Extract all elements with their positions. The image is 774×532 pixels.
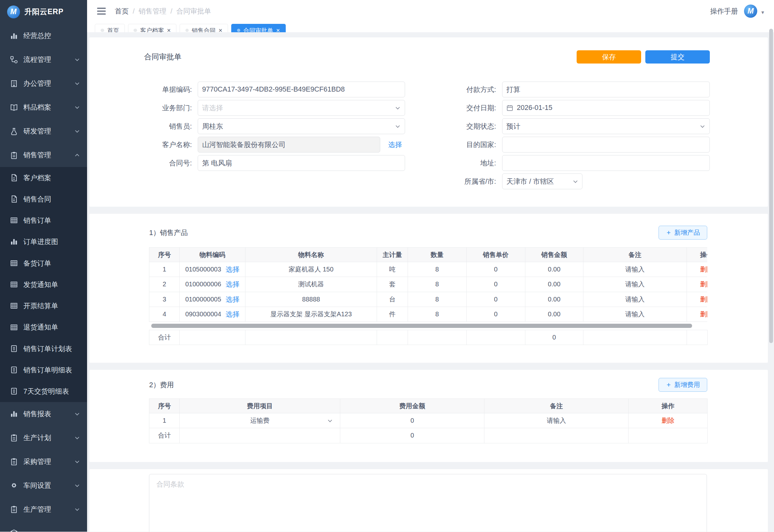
sidebar-item-partial[interactable]	[0, 521, 87, 532]
delivery-date-input[interactable]: 2026-01-15	[502, 100, 710, 116]
cell-note[interactable]: 请输入	[484, 413, 629, 428]
delete-row-link[interactable]: 删除	[700, 266, 708, 273]
tab-dot-icon	[134, 29, 137, 32]
material-code: 0903000004	[185, 310, 221, 318]
sidebar-item-sales-report[interactable]: 销售报表	[0, 402, 87, 426]
cell-qty[interactable]: 8	[408, 262, 466, 277]
cell-note[interactable]: 请输入	[583, 262, 687, 277]
brand-logo-icon: M	[7, 5, 20, 18]
sidebar-item-sales-order[interactable]: 销售订单	[0, 210, 87, 231]
cell-name: 88888	[245, 292, 377, 307]
cell-price[interactable]: 0	[466, 307, 525, 321]
province-select[interactable]: 天津市 / 市辖区	[502, 173, 583, 189]
customer-select-link[interactable]: 选择	[388, 140, 402, 149]
sidebar-item-order-plan-report[interactable]: 销售订单计划表	[0, 338, 87, 359]
contract-terms-textarea[interactable]	[149, 474, 707, 532]
avatar[interactable]: M	[744, 5, 758, 18]
select-material-link[interactable]: 选择	[226, 265, 240, 274]
delete-row-link[interactable]: 删除	[700, 296, 708, 303]
sidebar-item-label: 订单进度图	[23, 237, 80, 246]
cell-note[interactable]: 请输入	[583, 277, 687, 292]
tab-home[interactable]: 首页	[95, 24, 125, 32]
sidebar-item-rd-mgmt[interactable]: 研发管理	[0, 119, 87, 143]
vertical-scrollbar-thumb[interactable]	[769, 29, 773, 343]
sidebar-item-label: 客户档案	[23, 173, 80, 182]
sidebar-item-material-archive[interactable]: 料品档案	[0, 95, 87, 119]
sidebar-item-shipping-notice[interactable]: 发货通知单	[0, 274, 87, 295]
select-material-link[interactable]: 选择	[226, 295, 240, 304]
sidebar-item-7day-delivery-report[interactable]: 7天交货明细表	[0, 381, 87, 402]
cell-price[interactable]: 0	[466, 262, 525, 277]
total-amount-cell: 0	[340, 428, 484, 443]
sidebar-item-process-mgmt[interactable]: 流程管理	[0, 48, 87, 72]
col-unit: 主计量	[377, 248, 408, 262]
sidebar-item-order-progress[interactable]: 订单进度图	[0, 231, 87, 252]
delivery-status-select[interactable]: 预计	[502, 118, 710, 134]
tab-sales-contract[interactable]: 销售合同 ×	[180, 24, 228, 32]
breadcrumb: 首页 / 销售管理 / 合同审批单	[115, 6, 211, 16]
sidebar-item-production-mgmt[interactable]: 生产管理	[0, 498, 87, 521]
delete-row-link[interactable]: 删除	[700, 281, 708, 288]
products-header-row: 序号 物料编码 物料名称 主计量 数量 销售单价 销售金额 备注 操作	[149, 248, 707, 262]
sidebar-item-sales-mgmt[interactable]: 销售管理	[0, 143, 87, 167]
cell-qty[interactable]: 8	[408, 307, 466, 321]
delete-fee-link[interactable]: 删除	[661, 417, 674, 424]
chevron-down-icon	[395, 105, 401, 111]
product-row: 2 0100000006选择 测试机器 套 8 0 0.00 请输入 删除	[149, 277, 707, 292]
sidebar-item-return-notice[interactable]: 退货通知单	[0, 317, 87, 338]
sidebar-item-stock-order[interactable]: 备货订单	[0, 252, 87, 274]
sidebar-item-order-detail-report[interactable]: 销售订单明细表	[0, 359, 87, 380]
manual-link[interactable]: 操作手册	[710, 6, 738, 16]
chevron-down-icon[interactable]: ▾	[761, 9, 764, 18]
col-amount: 销售金额	[525, 248, 583, 262]
contract-no-input[interactable]	[198, 155, 405, 171]
cell-note[interactable]: 请输入	[583, 307, 687, 321]
sidebar-collapse-icon[interactable]	[97, 8, 106, 15]
sidebar: M 升阳云ERP 经营总控 流程管理 办公管理 料品档案 研发管理	[0, 0, 87, 532]
close-tab-icon[interactable]: ×	[167, 27, 171, 32]
close-tab-icon[interactable]: ×	[219, 27, 223, 32]
sidebar-item-invoice-settlement[interactable]: 开票结算单	[0, 295, 87, 316]
delete-row-link[interactable]: 删除	[700, 310, 708, 318]
dept-select[interactable]: 请选择	[198, 100, 405, 116]
breadcrumb-section[interactable]: 销售管理	[139, 6, 166, 16]
payment-input[interactable]	[502, 82, 710, 97]
tab-customer-archive[interactable]: 客户档案 ×	[128, 24, 177, 32]
select-material-link[interactable]: 选择	[226, 280, 240, 289]
cell-qty[interactable]: 8	[408, 292, 466, 307]
cell-note[interactable]: 请输入	[583, 292, 687, 307]
sidebar-item-customer-archive[interactable]: 客户档案	[0, 167, 87, 188]
sidebar-item-sales-contract[interactable]: 销售合同	[0, 188, 87, 210]
sidebar-item-office-mgmt[interactable]: 办公管理	[0, 72, 87, 95]
cell-price[interactable]: 0	[466, 277, 525, 292]
chevron-down-icon	[74, 128, 80, 134]
sidebar-item-business-overview[interactable]: 经营总控	[0, 24, 87, 48]
tab-contract-approval[interactable]: 合同审批单 ×	[231, 24, 286, 32]
cell-ops: 删除	[629, 413, 708, 428]
cell-price[interactable]: 0	[466, 292, 525, 307]
save-button[interactable]: 保存	[577, 50, 641, 64]
salesman-value: 周桂东	[202, 122, 223, 131]
doc-code-input[interactable]	[198, 82, 405, 97]
sidebar-item-production-plan[interactable]: 生产计划	[0, 426, 87, 450]
horizontal-scrollbar-thumb[interactable]	[151, 324, 692, 328]
dest-country-input[interactable]	[502, 137, 710, 153]
submit-button[interactable]: 提交	[645, 50, 710, 64]
sidebar-item-workshop-settings[interactable]: 车间设置	[0, 474, 87, 498]
total-label-cell: 合计	[149, 428, 180, 443]
cell-fee-amount[interactable]: 0	[340, 413, 484, 428]
chevron-down-icon	[572, 179, 578, 184]
sidebar-item-purchase-mgmt[interactable]: 采购管理	[0, 450, 87, 474]
close-tab-icon[interactable]: ×	[276, 27, 280, 32]
fee-item-select[interactable]: 运输费	[182, 413, 338, 428]
breadcrumb-home[interactable]: 首页	[115, 6, 129, 16]
products-table: 序号 物料编码 物料名称 主计量 数量 销售单价 销售金额 备注 操作	[149, 247, 707, 322]
add-product-button[interactable]: 新增产品	[659, 226, 707, 240]
select-material-link[interactable]: 选择	[226, 310, 240, 319]
cell-qty[interactable]: 8	[408, 277, 466, 292]
contract-form: 单据编码: 业务部门: 请选择 销售员:	[144, 82, 710, 192]
add-fee-button[interactable]: 新增费用	[659, 378, 707, 392]
address-input[interactable]	[502, 155, 710, 171]
product-row: 1 0105000003选择 家庭机器人 150 吨 8 0 0.00 请输入 …	[149, 262, 707, 277]
salesman-select[interactable]: 周桂东	[198, 118, 405, 134]
